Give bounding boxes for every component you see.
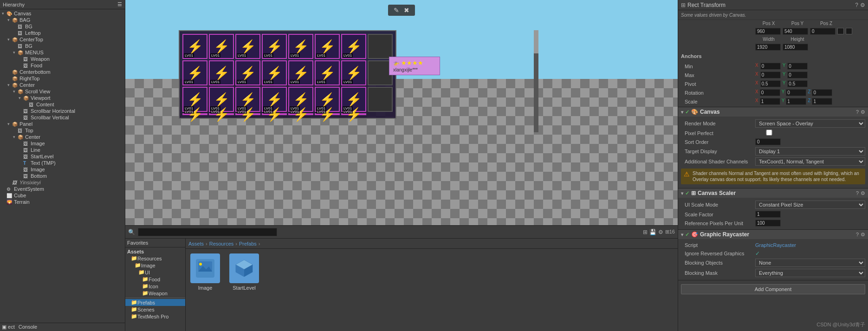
assets-section-scenes[interactable]: 📁 Scenes (125, 306, 185, 313)
inv-slot[interactable]: ⚡LV01 (182, 113, 207, 115)
tree-item-content[interactable]: 🖼 Content (0, 101, 125, 108)
inv-slot[interactable]: ⚡LV01 (235, 113, 260, 115)
additional-shader-select[interactable]: TexCoord1, Normal, Tangent (755, 157, 865, 166)
tree-item-bag[interactable]: ▾ 📦 BAG (0, 17, 125, 23)
scene-scrollbar-thumb[interactable] (534, 30, 538, 53)
assets-section-assets[interactable]: Assets (125, 248, 185, 255)
script-value-text[interactable]: GraphicRaycaster (755, 242, 796, 248)
canvas-help-icon[interactable]: ? (856, 109, 859, 115)
scaler-help-icon[interactable]: ? (856, 190, 859, 196)
assets-section-ui[interactable]: 📁 UI (125, 269, 185, 276)
assets-section-icon[interactable]: 📁 Icon (125, 283, 185, 290)
rect-link-button2[interactable] (846, 28, 852, 34)
height-input[interactable] (783, 44, 808, 51)
inv-slot[interactable]: ⚡LV01 (341, 60, 366, 85)
anchor-min-x[interactable] (760, 63, 781, 70)
tree-arrow-centertop[interactable]: ▾ (7, 37, 12, 42)
assets-section-weapon[interactable]: 📁 Weapon (125, 290, 185, 297)
inv-slot-tooltip[interactable]: 🚁 ★★★★ xlangxijle*** (368, 60, 393, 85)
tree-item-bottom[interactable]: 🖼 Bottom (0, 173, 125, 179)
inv-slot[interactable]: ⚡LV01 (209, 34, 234, 59)
tree-item-scrollbarH[interactable]: 🖼 Scrollbar Horizontal (0, 108, 125, 114)
tree-arrow-scrollview[interactable]: ▾ (13, 89, 18, 94)
tree-item-scrollbarV[interactable]: 🖼 Scrollbar Vertical (0, 114, 125, 121)
canvas-component-header[interactable]: ▾ ✓ 🎨 Canvas ? ⚙ (678, 107, 868, 117)
rotation-y[interactable] (786, 89, 806, 96)
anchor-max-y[interactable] (787, 71, 808, 78)
canvas-settings-icon[interactable]: ⚙ (861, 109, 865, 115)
scene-icon-settings[interactable]: ⚙ (658, 229, 663, 235)
inspector-settings-icon[interactable]: ⚙ (860, 2, 865, 8)
scale-y[interactable] (786, 98, 806, 105)
tree-item-startlevel[interactable]: 🖼 StartLevel (0, 153, 125, 160)
raycaster-check[interactable]: ✓ (685, 232, 689, 238)
inspector-question-icon[interactable]: ? (855, 2, 858, 8)
tree-item-canvas[interactable]: ▾ 🎨 Canvas (0, 10, 125, 17)
inv-slot[interactable]: ⚡LV01 (209, 113, 234, 115)
pivot-x[interactable] (760, 80, 781, 87)
rect-link-button[interactable] (837, 28, 844, 34)
tree-arrow-center2[interactable]: ▾ (13, 135, 18, 139)
tool-icon-cross[interactable]: ✖ (404, 6, 409, 14)
inv-slot[interactable]: ⚡LV01 (288, 60, 313, 85)
tree-item-lefttop[interactable]: 🖼 Lefttop (0, 30, 125, 36)
tree-item-eventsystem[interactable]: ⚙ EventSystem (0, 186, 125, 192)
tree-item-bg2[interactable]: 🖼 BG (0, 43, 125, 49)
inv-slot[interactable]: ⚡LV01 (262, 113, 287, 115)
inv-slot[interactable]: ⚡LV01 (209, 60, 234, 85)
tree-item-top[interactable]: 🖼 Top (0, 127, 125, 134)
assets-section-food[interactable]: 📁 Food (125, 276, 185, 283)
ignore-reversed-check[interactable]: ✓ (755, 250, 760, 257)
inv-slot[interactable]: ⚡LV01 (262, 34, 287, 59)
tree-arrow-viewport[interactable]: ▾ (19, 96, 23, 100)
tree-arrow-bag[interactable]: ▾ (7, 18, 12, 22)
asset-startlevel[interactable]: StartLevel (229, 253, 259, 291)
tree-item-weapon[interactable]: 🖼 Weapon (0, 56, 125, 62)
inv-slot-empty2[interactable] (368, 87, 393, 112)
inv-slot[interactable]: ⚡LV01 (288, 113, 313, 115)
raycaster-help-icon[interactable]: ? (856, 232, 859, 238)
graphic-raycaster-header[interactable]: ▾ ✓ 🎯 Graphic Raycaster ? ⚙ (678, 230, 868, 239)
tree-arrow-menus[interactable]: ▾ (13, 50, 18, 55)
blocking-objects-select[interactable]: None (755, 259, 865, 267)
inv-slot[interactable]: ⚡LV01 (315, 113, 340, 115)
anchor-max-x[interactable] (760, 71, 781, 78)
scale-x[interactable] (760, 98, 780, 105)
breadcrumb-assets[interactable]: Assets (188, 241, 204, 247)
scene-icon-save[interactable]: 💾 (649, 229, 656, 235)
tree-item-cube[interactable]: ⬜ Cube (0, 192, 125, 199)
tree-item-menus[interactable]: ▾ 📦 MENUS (0, 49, 125, 56)
tree-item-panel[interactable]: ▾ 📦 Panel (0, 121, 125, 127)
inv-slot-empty[interactable] (368, 34, 393, 59)
render-mode-select[interactable]: Screen Space - Overlay (755, 119, 865, 128)
tree-item-centerbottom[interactable]: 📦 Centerbottom (0, 69, 125, 75)
scene-icon-layers[interactable]: ⊞ (643, 229, 648, 235)
tree-item-image1[interactable]: 🖼 Image (0, 140, 125, 147)
scaler-check[interactable]: ✓ (685, 190, 689, 196)
breadcrumb-prefabs[interactable]: Prefabs (239, 241, 257, 247)
asset-image[interactable]: Image (190, 253, 220, 291)
add-component-button[interactable]: Add Component (681, 284, 865, 294)
assets-section-resources[interactable]: 📁 Resources (125, 255, 185, 262)
canvas-check[interactable]: ✓ (685, 109, 689, 115)
pos-x-input[interactable] (755, 28, 781, 35)
tree-item-terrain[interactable]: 🌄 Terrain (0, 199, 125, 205)
tree-item-line[interactable]: 🖼 Line (0, 147, 125, 153)
canvas-scaler-header[interactable]: ▾ ✓ ⊞ Canvas Scaler ? ⚙ (678, 188, 868, 198)
tree-arrow-center[interactable]: ▾ (7, 83, 12, 87)
scale-z[interactable] (812, 98, 832, 105)
inv-slot[interactable]: ⚡LV01 (341, 34, 366, 59)
scaler-settings-icon[interactable]: ⚙ (861, 190, 865, 196)
assets-section-image[interactable]: 📁 Image (125, 262, 185, 269)
hierarchy-menu-icon[interactable]: ☰ (117, 1, 122, 7)
assets-section-textmesh[interactable]: 📁 TextMesh Pro (125, 313, 185, 320)
rotation-x[interactable] (760, 89, 780, 96)
scene-scrollbar-track[interactable] (534, 30, 538, 132)
scale-factor-input[interactable] (755, 211, 781, 218)
tree-item-texttmp[interactable]: T Text (TMP) (0, 160, 125, 166)
inv-slot[interactable]: ⚡LV01 (262, 60, 287, 85)
tree-item-center2[interactable]: ▾ 📦 Center (0, 134, 125, 140)
sort-order-input[interactable] (755, 138, 781, 145)
inv-slot[interactable]: ⚡LV01 (315, 60, 340, 85)
raycaster-settings-icon[interactable]: ⚙ (861, 232, 865, 238)
